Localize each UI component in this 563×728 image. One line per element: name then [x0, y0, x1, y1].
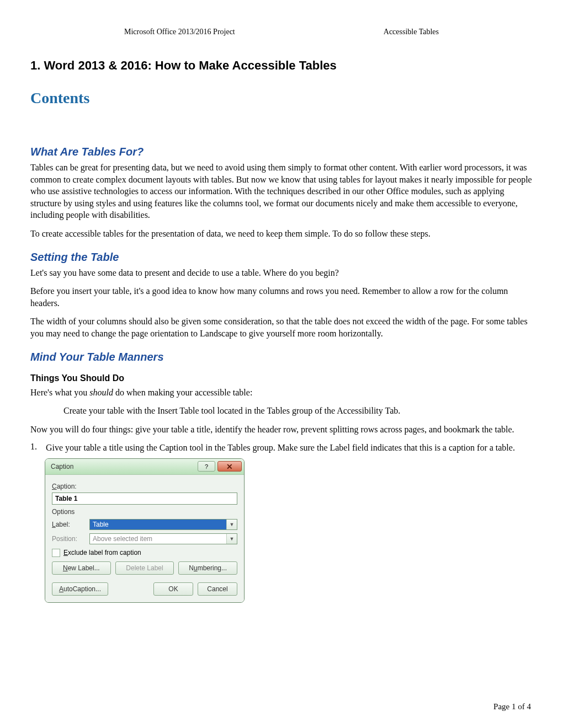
paragraph: Here's what you should do when making yo…	[30, 387, 533, 399]
close-button[interactable]: ✕	[217, 461, 242, 472]
step-text: Give your table a title using the Captio…	[46, 442, 515, 454]
dialog-titlebar: Caption ? ✕	[45, 459, 244, 475]
text: do when making your accessible table:	[113, 388, 252, 397]
caption-dialog: Caption ? ✕ Caption: Options Label:	[45, 458, 245, 603]
options-group-label: Options	[52, 508, 237, 516]
paragraph-indented: Create your table with the Insert Table …	[63, 405, 533, 417]
new-label-button[interactable]: New Label...	[52, 561, 111, 575]
paragraph: Now you will do four things: give your t…	[30, 424, 533, 436]
paragraph: Before you insert your table, it's a goo…	[30, 285, 533, 309]
section-mind-your-table-manners: Mind Your Table Manners	[30, 351, 533, 363]
chevron-down-icon: ▼	[226, 520, 237, 529]
numbered-step-1: 1. Give your table a title using the Cap…	[30, 442, 533, 454]
paragraph: The width of your columns should also be…	[30, 315, 533, 339]
section-setting-the-table: Setting the Table	[30, 251, 533, 264]
document-title: 1. Word 2013 & 2016: How to Make Accessi…	[30, 58, 533, 73]
section-what-are-tables-for: What Are Tables For?	[30, 146, 533, 158]
paragraph: Let's say you have some data to present …	[30, 267, 533, 279]
paragraph: To create accessible tables for the pres…	[30, 228, 533, 240]
paragraph: Tables can be great for presenting data,…	[30, 162, 533, 221]
page-current: 1	[512, 702, 516, 711]
label-field-label: Label:	[52, 521, 89, 528]
help-button[interactable]: ?	[198, 461, 215, 472]
subsection-things-you-should-do: Things You Should Do	[30, 373, 533, 383]
header-left: Microsoft Office 2013/2016 Project	[124, 28, 235, 36]
caption-dialog-screenshot: Caption ? ✕ Caption: Options Label:	[45, 458, 533, 603]
exclude-label-text: Exclude label from caption	[63, 549, 141, 556]
chevron-down-icon: ▼	[226, 534, 237, 544]
position-dropdown-value: Above selected item	[90, 534, 226, 544]
numbering-button[interactable]: Numbering...	[178, 561, 237, 575]
delete-label-button: Delete Label	[115, 561, 174, 575]
running-header: Microsoft Office 2013/2016 Project Acces…	[30, 28, 533, 36]
help-icon: ?	[205, 463, 208, 470]
label-dropdown[interactable]: Table ▼	[89, 519, 237, 530]
exclude-label-checkbox[interactable]	[52, 549, 60, 557]
page-label-mid: of	[516, 702, 527, 711]
title-prefix: 1.	[30, 58, 40, 72]
position-dropdown: Above selected item ▼	[89, 533, 237, 544]
label-dropdown-value: Table	[90, 520, 226, 529]
cancel-button[interactable]: Cancel	[198, 582, 237, 596]
page-number: Page 1 of 4	[493, 702, 531, 711]
page-label-pre: Page	[493, 702, 512, 711]
autocaption-button[interactable]: AutoCaption...	[52, 582, 108, 596]
emphasis: should	[89, 388, 113, 397]
close-icon: ✕	[226, 462, 233, 471]
header-right: Accessible Tables	[384, 28, 439, 36]
position-field-label: Position:	[52, 535, 89, 543]
caption-input[interactable]	[52, 493, 237, 505]
contents-heading: Contents	[30, 89, 533, 107]
caption-field-label: Caption:	[52, 483, 237, 490]
dialog-title: Caption	[51, 463, 73, 470]
page-total: 4	[527, 702, 532, 711]
text: Here's what you	[30, 388, 89, 397]
title-text: Word 2013 & 2016: How to Make Accessible…	[44, 58, 336, 72]
step-number: 1.	[30, 442, 46, 454]
ok-button[interactable]: OK	[153, 582, 193, 596]
